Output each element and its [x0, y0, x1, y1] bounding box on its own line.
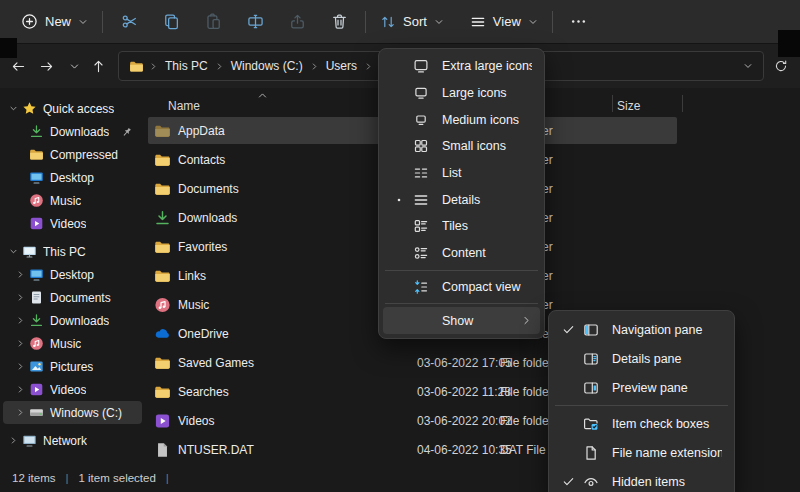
new-button[interactable]: New: [12, 8, 97, 35]
sidebar-item-downloads[interactable]: Downloads: [3, 120, 142, 143]
sidebar-item-music[interactable]: Music: [3, 332, 142, 355]
see-more-button[interactable]: [558, 6, 600, 38]
folder-icon: [154, 267, 171, 284]
chevron-right-icon[interactable]: [7, 436, 20, 445]
folder-icon: [29, 147, 44, 162]
copy-button[interactable]: [150, 6, 192, 38]
download-icon: [29, 124, 44, 139]
view-menu-item-small-icons[interactable]: Small icons: [383, 133, 540, 160]
sidebar-item-documents[interactable]: Documents: [3, 286, 142, 309]
details-pane-icon: [583, 351, 599, 367]
show-submenu-item-hidden-items[interactable]: Hidden items: [553, 467, 730, 492]
chevron-right-icon[interactable]: [14, 385, 27, 394]
chevron-right-icon[interactable]: [14, 362, 27, 371]
view-menu-item-compact-view[interactable]: Compact view: [383, 274, 540, 301]
radio-bullet-icon: [387, 195, 410, 205]
view-menu-item-details[interactable]: Details: [383, 186, 540, 213]
cut-button[interactable]: [108, 6, 150, 38]
view-menu-item-show[interactable]: Show: [383, 307, 540, 334]
breadcrumb-item[interactable]: Windows (C:): [225, 57, 309, 75]
chevron-right-icon[interactable]: [14, 270, 27, 279]
show-submenu-item-navigation-pane[interactable]: Navigation pane: [553, 315, 730, 344]
chevron-down-icon[interactable]: [7, 104, 20, 113]
sidebar-item-pictures[interactable]: Pictures: [3, 355, 142, 378]
item-count: 12 items: [12, 472, 55, 484]
file-name: Documents: [178, 182, 239, 196]
item-check-boxes-icon: [580, 416, 601, 432]
view-menu-item-list[interactable]: List: [383, 160, 540, 187]
trash-icon: [331, 13, 348, 30]
paste-icon: [205, 13, 222, 30]
menu-separator: [385, 270, 538, 271]
show-submenu-item-preview-pane[interactable]: Preview pane: [553, 373, 730, 402]
sidebar-item-downloads[interactable]: Downloads: [3, 309, 142, 332]
chevron-right-icon[interactable]: [310, 62, 319, 71]
sidebar-item-quick-access[interactable]: Quick access: [3, 97, 142, 120]
chevron-right-icon[interactable]: [14, 316, 27, 325]
show-submenu-item-item-check-boxes[interactable]: Item check boxes: [553, 409, 730, 438]
file-name: Music: [178, 298, 209, 312]
view-button[interactable]: View: [461, 9, 547, 35]
show-submenu-item-details-pane[interactable]: Details pane: [553, 344, 730, 373]
chevron-right-icon: [16, 270, 25, 279]
sidebar-item-videos[interactable]: Videos: [3, 378, 142, 401]
sidebar-item-this-pc[interactable]: This PC: [3, 240, 142, 263]
videos-icon: [154, 412, 171, 429]
arrow-up-icon: [91, 59, 106, 74]
recent-locations-button[interactable]: [62, 54, 86, 78]
view-menu-item-extra-large-icons[interactable]: Extra large icons: [383, 53, 540, 80]
pin-icon: [119, 123, 136, 140]
view-large-icon: [410, 85, 431, 101]
share-button[interactable]: [276, 6, 318, 38]
sort-button[interactable]: Sort: [371, 9, 453, 35]
breadcrumb-item[interactable]: This PC: [159, 57, 214, 75]
share-icon: [289, 13, 306, 30]
refresh-button[interactable]: [768, 54, 794, 78]
sidebar-item-videos[interactable]: Videos: [3, 212, 142, 235]
view-menu-item-content[interactable]: Content: [383, 240, 540, 267]
view-menu-item-tiles[interactable]: Tiles: [383, 213, 540, 240]
column-divider[interactable]: [612, 95, 613, 112]
column-header-size[interactable]: Size: [617, 99, 640, 113]
menu-item-label: Compact view: [442, 280, 532, 294]
show-submenu-item-file-name-extensions[interactable]: File name extensions: [553, 438, 730, 467]
rename-button[interactable]: [234, 6, 276, 38]
screen-patch: [0, 38, 17, 58]
chevron-right-icon[interactable]: [364, 62, 373, 71]
chevron-right-icon[interactable]: [14, 293, 27, 302]
up-button[interactable]: [86, 54, 110, 78]
menu-item-label: Item check boxes: [612, 417, 722, 431]
sort-arrows-icon: [380, 14, 396, 30]
star-icon: [22, 101, 37, 116]
status-separator: |: [65, 472, 68, 484]
sidebar-item-desktop[interactable]: Desktop: [3, 263, 142, 286]
sidebar-item-desktop[interactable]: Desktop: [3, 166, 142, 189]
chevron-right-icon[interactable]: [149, 62, 158, 71]
address-dropdown-chevron-icon[interactable]: [743, 61, 753, 71]
view-large-icon: [413, 85, 429, 101]
sidebar-item-compressed[interactable]: Compressed: [3, 143, 142, 166]
paste-button[interactable]: [192, 6, 234, 38]
chevron-right-icon[interactable]: [215, 62, 224, 71]
file-date-modified: 03-06-2022 20:02: [417, 414, 512, 428]
command-bar: New Sort View: [0, 0, 800, 44]
sidebar-item-network[interactable]: Network: [3, 429, 142, 452]
sidebar-item-windows-c[interactable]: Windows (C:): [3, 401, 142, 424]
breadcrumb-item[interactable]: Users: [320, 57, 363, 75]
menu-item-label: Details: [442, 193, 532, 207]
forward-button[interactable]: [34, 54, 58, 78]
menu-item-label: Tiles: [442, 219, 532, 233]
chevron-down-icon[interactable]: [7, 247, 20, 256]
videos-icon: [29, 216, 44, 231]
folder-icon: [154, 354, 171, 371]
chevron-right-icon[interactable]: [14, 339, 27, 348]
column-divider[interactable]: [682, 95, 683, 112]
view-menu-item-large-icons[interactable]: Large icons: [383, 80, 540, 107]
file-name: Downloads: [178, 211, 237, 225]
column-header-name[interactable]: Name: [168, 99, 200, 113]
sidebar-item-music[interactable]: Music: [3, 189, 142, 212]
file-name-extensions-icon: [583, 445, 599, 461]
delete-button[interactable]: [318, 6, 360, 38]
chevron-right-icon[interactable]: [14, 408, 27, 417]
view-menu-item-medium-icons[interactable]: Medium icons: [383, 106, 540, 133]
